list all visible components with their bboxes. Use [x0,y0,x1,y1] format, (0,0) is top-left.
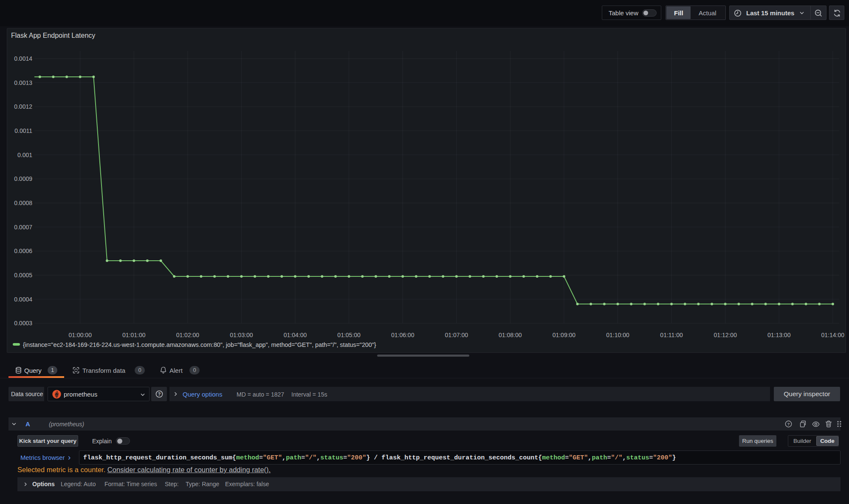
svg-text:0.0014: 0.0014 [14,55,32,62]
svg-text:01:01:00: 01:01:00 [122,332,146,338]
svg-text:01:06:00: 01:06:00 [391,332,415,338]
svg-text:01:03:00: 01:03:00 [230,332,253,338]
svg-text:?: ? [158,391,160,397]
svg-text:?: ? [787,422,790,426]
svg-text:0.0003: 0.0003 [14,320,32,327]
svg-text:0.001: 0.001 [17,152,32,158]
svg-text:01:00:00: 01:00:00 [68,332,92,338]
svg-text:01:12:00: 01:12:00 [714,332,737,338]
svg-text:0.0005: 0.0005 [14,272,32,279]
svg-text:0.0011: 0.0011 [14,127,32,134]
svg-text:0.0013: 0.0013 [14,79,32,86]
svg-text:{instance="ec2-184-169-216-224: {instance="ec2-184-169-216-224.us-west-1… [23,341,376,348]
svg-text:0.0012: 0.0012 [14,103,32,110]
svg-text:01:10:00: 01:10:00 [606,332,629,338]
svg-text:01:02:00: 01:02:00 [176,332,200,338]
svg-text:01:09:00: 01:09:00 [553,332,576,338]
svg-text:01:05:00: 01:05:00 [337,332,361,338]
svg-text:0.0006: 0.0006 [14,248,32,254]
svg-text:01:08:00: 01:08:00 [499,332,522,338]
svg-text:0.0008: 0.0008 [14,200,32,206]
svg-text:01:11:00: 01:11:00 [660,332,683,338]
svg-text:0.0007: 0.0007 [14,224,32,231]
svg-text:0.0004: 0.0004 [14,296,32,303]
svg-text:01:13:00: 01:13:00 [767,332,791,338]
svg-text:0.0009: 0.0009 [14,175,32,182]
svg-text:01:14:00: 01:14:00 [821,332,845,338]
svg-text:01:07:00: 01:07:00 [445,332,468,338]
svg-text:01:04:00: 01:04:00 [284,332,307,338]
